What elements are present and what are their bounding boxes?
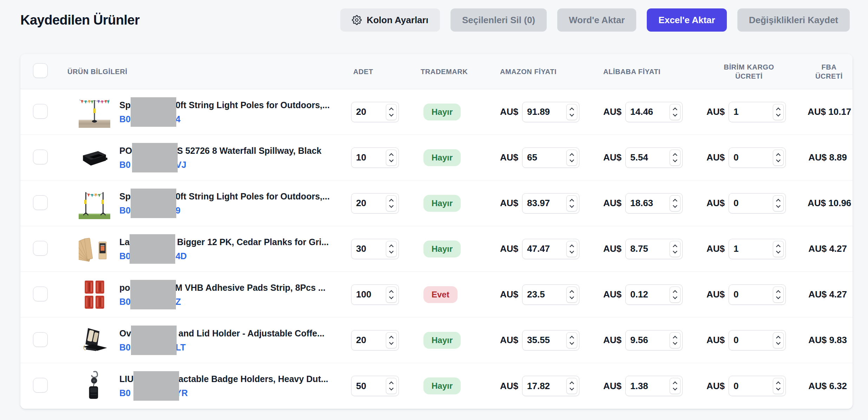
decrement-icon[interactable]: [776, 112, 781, 117]
row-checkbox[interactable]: [33, 104, 48, 119]
increment-icon[interactable]: [570, 290, 574, 295]
increment-icon[interactable]: [673, 244, 677, 249]
increment-icon[interactable]: [673, 290, 677, 295]
decrement-icon[interactable]: [570, 203, 574, 208]
stepper[interactable]: [670, 241, 680, 257]
decrement-icon[interactable]: [673, 386, 677, 391]
stepper[interactable]: [773, 195, 784, 211]
amazon-price-input[interactable]: 65: [522, 147, 579, 168]
amazon-price-input[interactable]: 83.97: [522, 193, 579, 214]
stepper[interactable]: [670, 287, 680, 303]
stepper[interactable]: [386, 241, 397, 257]
increment-icon[interactable]: [389, 244, 394, 249]
increment-icon[interactable]: [776, 336, 781, 340]
quantity-input[interactable]: 100: [351, 284, 399, 305]
unit-shipping-fee-input[interactable]: 0: [729, 330, 786, 350]
alibaba-price-input[interactable]: 18.63: [625, 193, 683, 214]
increment-icon[interactable]: [389, 199, 394, 203]
row-checkbox[interactable]: [33, 150, 48, 164]
increment-icon[interactable]: [570, 244, 574, 249]
stepper[interactable]: [670, 378, 680, 394]
increment-icon[interactable]: [776, 153, 781, 158]
increment-icon[interactable]: [776, 290, 781, 295]
quantity-input[interactable]: 50: [351, 376, 399, 396]
decrement-icon[interactable]: [776, 158, 781, 162]
decrement-icon[interactable]: [570, 386, 574, 391]
amazon-price-input[interactable]: 91.89: [522, 102, 579, 122]
decrement-icon[interactable]: [673, 158, 677, 162]
increment-icon[interactable]: [673, 381, 677, 386]
alibaba-price-input[interactable]: 9.56: [625, 330, 683, 350]
alibaba-price-input[interactable]: 5.54: [625, 147, 683, 168]
amazon-price-input[interactable]: 17.82: [522, 376, 579, 396]
increment-icon[interactable]: [673, 107, 677, 112]
row-checkbox[interactable]: [33, 241, 48, 256]
unit-shipping-fee-input[interactable]: 1: [729, 239, 786, 259]
decrement-icon[interactable]: [570, 112, 574, 117]
stepper[interactable]: [386, 332, 397, 348]
unit-shipping-fee-input[interactable]: 1: [729, 102, 786, 122]
decrement-icon[interactable]: [776, 340, 781, 345]
stepper[interactable]: [566, 378, 577, 394]
stepper[interactable]: [386, 195, 397, 211]
export-word-button[interactable]: Word'e Aktar: [557, 8, 636, 32]
save-changes-button[interactable]: Değişiklikleri Kaydet: [737, 8, 850, 32]
decrement-icon[interactable]: [776, 386, 781, 391]
decrement-icon[interactable]: [673, 203, 677, 208]
stepper[interactable]: [566, 241, 577, 257]
alibaba-price-input[interactable]: 14.46: [625, 102, 683, 122]
decrement-icon[interactable]: [389, 340, 394, 345]
stepper[interactable]: [566, 150, 577, 166]
quantity-input[interactable]: 20: [351, 193, 399, 214]
decrement-icon[interactable]: [776, 295, 781, 299]
unit-shipping-fee-input[interactable]: 0: [729, 284, 786, 305]
decrement-icon[interactable]: [570, 249, 574, 254]
decrement-icon[interactable]: [570, 340, 574, 345]
stepper[interactable]: [670, 195, 680, 211]
stepper[interactable]: [566, 332, 577, 348]
increment-icon[interactable]: [776, 381, 781, 386]
stepper[interactable]: [773, 287, 784, 303]
increment-icon[interactable]: [673, 199, 677, 203]
decrement-icon[interactable]: [389, 112, 394, 117]
decrement-icon[interactable]: [389, 386, 394, 391]
increment-icon[interactable]: [389, 336, 394, 340]
quantity-input[interactable]: 30: [351, 239, 399, 259]
quantity-input[interactable]: 10: [351, 147, 399, 168]
row-checkbox[interactable]: [33, 195, 48, 210]
decrement-icon[interactable]: [389, 203, 394, 208]
stepper[interactable]: [670, 104, 680, 120]
increment-icon[interactable]: [673, 153, 677, 158]
decrement-icon[interactable]: [673, 295, 677, 299]
decrement-icon[interactable]: [389, 249, 394, 254]
increment-icon[interactable]: [389, 290, 394, 295]
export-excel-button[interactable]: Excel'e Aktar: [647, 8, 726, 32]
increment-icon[interactable]: [570, 199, 574, 203]
quantity-input[interactable]: 20: [351, 330, 399, 350]
stepper[interactable]: [566, 104, 577, 120]
decrement-icon[interactable]: [570, 295, 574, 299]
alibaba-price-input[interactable]: 0.12: [625, 284, 683, 305]
stepper[interactable]: [773, 150, 784, 166]
decrement-icon[interactable]: [776, 203, 781, 208]
increment-icon[interactable]: [389, 107, 394, 112]
decrement-icon[interactable]: [389, 158, 394, 162]
increment-icon[interactable]: [776, 244, 781, 249]
increment-icon[interactable]: [389, 153, 394, 158]
amazon-price-input[interactable]: 23.5: [522, 284, 579, 305]
amazon-price-input[interactable]: 47.47: [522, 239, 579, 259]
stepper[interactable]: [773, 332, 784, 348]
decrement-icon[interactable]: [570, 158, 574, 162]
stepper[interactable]: [386, 104, 397, 120]
row-checkbox[interactable]: [33, 332, 48, 347]
quantity-input[interactable]: 20: [351, 102, 399, 122]
increment-icon[interactable]: [776, 199, 781, 203]
increment-icon[interactable]: [776, 107, 781, 112]
column-settings-button[interactable]: Kolon Ayarları: [340, 8, 440, 32]
decrement-icon[interactable]: [389, 295, 394, 299]
stepper[interactable]: [773, 104, 784, 120]
stepper[interactable]: [386, 150, 397, 166]
increment-icon[interactable]: [673, 336, 677, 340]
increment-icon[interactable]: [570, 336, 574, 340]
stepper[interactable]: [386, 287, 397, 303]
